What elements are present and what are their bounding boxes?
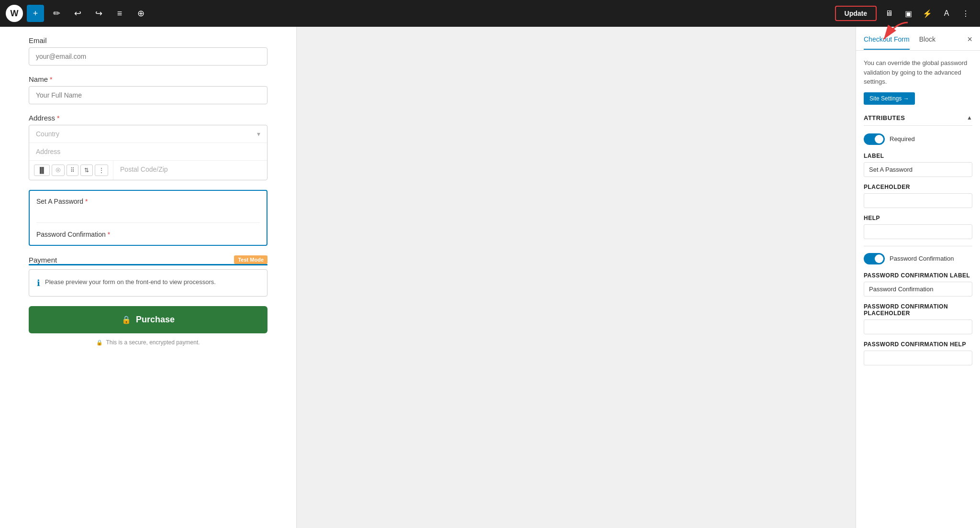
- email-label: Email: [29, 36, 267, 44]
- panel-divider: [864, 246, 972, 246]
- more-button[interactable]: ⋮: [957, 5, 974, 22]
- lightning-button[interactable]: ⚡: [919, 5, 936, 22]
- settings-icon: ⊕: [137, 8, 145, 19]
- help-section-title: HELP: [864, 215, 972, 221]
- secure-lock-icon: 🔒: [96, 340, 103, 346]
- name-required-star: *: [50, 76, 52, 83]
- list-button[interactable]: ≡: [111, 5, 128, 22]
- address-label: Address *: [29, 114, 267, 122]
- lock-icon: 🔒: [122, 315, 131, 324]
- name-label: Name *: [29, 75, 267, 83]
- payment-header: Payment Test Mode: [29, 255, 267, 264]
- undo-icon: ↩: [74, 8, 81, 19]
- postal-placeholder: Postal Code/Zip: [113, 161, 267, 180]
- redo-button[interactable]: ↪: [90, 5, 107, 22]
- a-button[interactable]: A: [938, 5, 955, 22]
- site-settings-button[interactable]: Site Settings →: [864, 92, 915, 105]
- country-placeholder: Country: [36, 130, 59, 138]
- password-confirm-required-star: *: [108, 231, 110, 238]
- password-confirmation-toggle-label: Password Confirmation: [890, 255, 954, 262]
- password-confirmation-toggle-row: Password Confirmation: [864, 253, 972, 264]
- password-input[interactable]: [36, 209, 260, 223]
- payment-divider: [29, 264, 267, 265]
- lightning-icon: ⚡: [923, 9, 932, 18]
- address-block: Country ▾ Address ▐▌ ☉ ⠿ ⇅ ⋮ Postal Code…: [29, 125, 267, 180]
- pencil-icon: ✏: [53, 8, 60, 19]
- required-toggle[interactable]: [864, 133, 885, 145]
- add-button[interactable]: +: [27, 5, 44, 22]
- attributes-chevron-icon[interactable]: ▲: [967, 114, 972, 121]
- placeholder-field-group: PLACEHOLDER: [864, 184, 972, 208]
- panel-content: You can override the global password val…: [856, 51, 980, 380]
- password-confirmation-help-title: PASSWORD CONFIRMATION HELP: [864, 341, 972, 348]
- panel-header: Checkout Form Block ×: [856, 27, 980, 51]
- address-bottom-row: ▐▌ ☉ ⠿ ⇅ ⋮ Postal Code/Zip: [29, 161, 267, 180]
- sidebar-toggle-button[interactable]: ▣: [900, 5, 917, 22]
- pencil-button[interactable]: ✏: [48, 5, 65, 22]
- form-editor: Email Name * Address * Country ▾: [0, 27, 297, 528]
- email-group: Email: [29, 36, 267, 66]
- country-arrow-icon: ▾: [257, 130, 260, 138]
- attributes-title: Attributes: [864, 114, 905, 121]
- secure-text: 🔒 This is a secure, encrypted payment.: [29, 339, 267, 346]
- column-tool-button[interactable]: ▐▌: [34, 165, 50, 176]
- name-input[interactable]: [29, 86, 267, 104]
- label-field-group: LABEL: [864, 153, 972, 177]
- password-block: Set A Password * Password Confirmation *: [29, 190, 267, 246]
- label-input[interactable]: [864, 162, 972, 177]
- desktop-view-button[interactable]: 🖥: [880, 5, 898, 22]
- info-icon: ℹ: [37, 278, 40, 288]
- list-icon: ≡: [117, 9, 122, 19]
- purchase-button[interactable]: 🔒 Purchase: [29, 306, 267, 333]
- password-confirmation-label-title: PASSWORD CONFIRMATION LABEL: [864, 272, 972, 279]
- address-street-row: Address: [29, 143, 267, 161]
- update-button[interactable]: Update: [835, 6, 877, 21]
- panel-description: You can override the global password val…: [864, 58, 972, 87]
- panel-close-button[interactable]: ×: [967, 34, 972, 50]
- placeholder-input[interactable]: [864, 193, 972, 208]
- country-row: Country ▾: [29, 125, 267, 143]
- address-tools: ▐▌ ☉ ⠿ ⇅ ⋮: [29, 161, 113, 180]
- password-confirmation-label-input[interactable]: [864, 282, 972, 297]
- payment-label: Payment: [29, 256, 57, 264]
- password-required-star: *: [85, 198, 88, 205]
- payment-info-box: ℹ Please preview your form on the front-…: [29, 269, 267, 297]
- payment-info-text: Please preview your form on the front-en…: [45, 277, 216, 287]
- a-icon: A: [944, 9, 949, 18]
- attributes-section-header: Attributes ▲: [864, 114, 972, 126]
- password-confirmation-placeholder-title: PASSWORD CONFIRMATION PLACEHOLDER: [864, 303, 972, 317]
- address-group: Address * Country ▾ Address ▐▌ ☉ ⠿ ⇅: [29, 114, 267, 180]
- help-input[interactable]: [864, 224, 972, 239]
- right-panel: Checkout Form Block × You can override t…: [856, 27, 980, 528]
- settings-button[interactable]: ⊕: [132, 5, 149, 22]
- password-confirmation-help-input[interactable]: [864, 351, 972, 365]
- password-confirmation-toggle[interactable]: [864, 253, 885, 264]
- desktop-icon: 🖥: [885, 9, 893, 18]
- sidebar-icon: ▣: [905, 9, 912, 18]
- address-required-star: *: [57, 114, 59, 122]
- test-mode-badge: Test Mode: [234, 255, 267, 264]
- password-field-label: Set A Password *: [36, 198, 260, 205]
- name-group: Name *: [29, 75, 267, 104]
- tab-block[interactable]: Block: [919, 35, 935, 50]
- redo-icon: ↪: [95, 8, 102, 19]
- payment-section: Payment Test Mode ℹ Please preview your …: [29, 255, 267, 297]
- placeholder-section-title: PLACEHOLDER: [864, 184, 972, 190]
- drag-tool-button[interactable]: ⠿: [67, 165, 78, 176]
- label-section-title: LABEL: [864, 153, 972, 159]
- required-row: Required: [864, 133, 972, 145]
- password-confirm-label: Password Confirmation *: [36, 231, 260, 238]
- update-arrow: [881, 20, 910, 44]
- reorder-tool-button[interactable]: ⇅: [80, 165, 93, 176]
- address-placeholder: Address: [36, 148, 60, 155]
- password-confirmation-help-group: PASSWORD CONFIRMATION HELP: [864, 341, 972, 365]
- more-icon: ⋮: [962, 9, 969, 18]
- fingerprint-tool-button[interactable]: ☉: [52, 165, 65, 176]
- password-confirmation-placeholder-input[interactable]: [864, 319, 972, 334]
- more-tool-button[interactable]: ⋮: [95, 165, 108, 176]
- center-canvas: [297, 27, 856, 528]
- email-input[interactable]: [29, 47, 267, 66]
- help-field-group: HELP: [864, 215, 972, 239]
- undo-button[interactable]: ↩: [69, 5, 86, 22]
- required-label: Required: [890, 135, 915, 143]
